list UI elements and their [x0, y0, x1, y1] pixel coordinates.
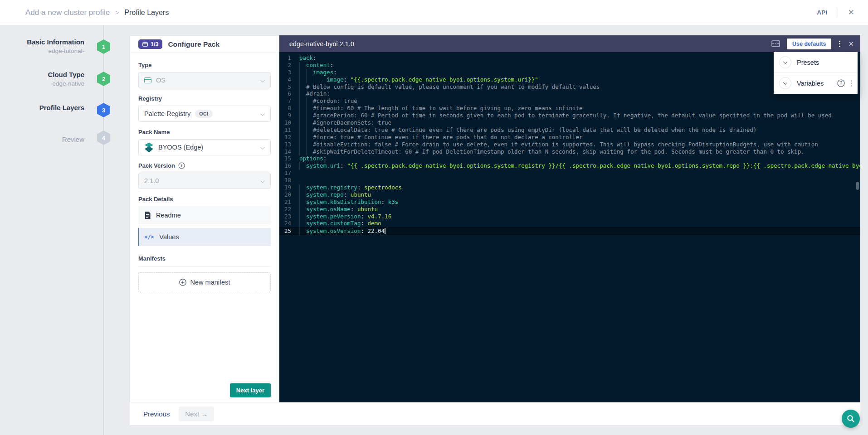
type-value: OS — [156, 77, 166, 84]
new-manifest-button[interactable]: New manifest — [138, 272, 271, 292]
info-icon[interactable] — [178, 162, 185, 169]
code-line[interactable]: 6#drain: — [279, 90, 860, 97]
code-line[interactable]: 16system.uri: "{{ .spectro.pack.edge-nat… — [279, 162, 860, 169]
step-number: 4 — [102, 135, 105, 141]
next-button-disabled[interactable]: Next → — [179, 406, 214, 421]
pack-step-badge: 1/3 — [138, 39, 162, 49]
code-line[interactable]: 22system.osName: ubuntu — [279, 206, 860, 213]
code-line[interactable]: 24system.customTag: demo — [279, 220, 860, 227]
presets-row[interactable]: Presets — [774, 52, 858, 73]
pack-details-values-tab[interactable]: </> Values — [138, 228, 271, 246]
pack-details-label: Pack Details — [138, 196, 271, 203]
breadcrumb-current: Profile Layers — [124, 9, 169, 17]
step-1-hexagon[interactable]: 1 — [97, 39, 110, 54]
variables-menu-icon[interactable] — [850, 79, 853, 87]
code-line[interactable]: 18 — [279, 177, 860, 184]
code-line[interactable]: 1pack: — [279, 54, 860, 62]
type-select: OS — [138, 72, 271, 88]
code-line[interactable]: 12#force: true # Continue even if there … — [279, 134, 860, 141]
code-line[interactable]: 11#deleteLocalData: true # Continue even… — [279, 126, 860, 134]
pack-details-readme-tab[interactable]: Readme — [138, 206, 271, 224]
help-widget-button[interactable] — [842, 410, 860, 428]
editor-scrollbar-thumb[interactable] — [856, 182, 859, 190]
app-header: Add a new cluster profile > Profile Laye… — [0, 0, 868, 25]
split-view-icon[interactable] — [771, 40, 780, 48]
step-sublabel: edge-tutorial- — [0, 48, 84, 54]
help-chat-icon — [846, 414, 855, 423]
step-sublabel: edge-native — [0, 80, 84, 87]
editor-close-icon[interactable]: ✕ — [848, 40, 854, 47]
chevron-down-icon — [260, 179, 265, 183]
use-defaults-button[interactable]: Use defaults — [787, 39, 831, 49]
code-line[interactable]: 5# Below config is default value, please… — [279, 83, 860, 91]
step-label: Profile Layers — [0, 104, 84, 111]
code-line[interactable]: 3images: — [279, 69, 860, 76]
stepper-item-cloud-type[interactable]: Cloud Type edge-native — [0, 71, 84, 87]
chevron-down-icon — [260, 78, 265, 82]
previous-button[interactable]: Previous — [143, 410, 170, 418]
step-label: Basic Information — [0, 38, 84, 46]
values-editor: edge-native-byoi 2.1.0 Use defaults ✕ 1p… — [279, 35, 860, 402]
registry-value: Palette Registry — [144, 110, 190, 117]
step-label: Cloud Type — [0, 71, 84, 78]
stepper-item-profile-layers[interactable]: Profile Layers — [0, 104, 84, 111]
chevron-down-icon — [260, 145, 265, 150]
code-line[interactable]: 9#gracePeriod: 60 # Period of time in se… — [279, 112, 860, 119]
code-line[interactable]: 23system.peVersion: v4.7.16 — [279, 213, 860, 220]
api-link[interactable]: API — [817, 9, 828, 16]
step-number: 2 — [102, 76, 105, 82]
code-line[interactable]: 19system.registry: spectrodocs — [279, 184, 860, 191]
registry-label: Registry — [138, 95, 271, 102]
code-line[interactable]: 2content: — [279, 62, 860, 69]
configure-pack-header: 1/3 Configure Pack — [130, 36, 279, 53]
code-line[interactable]: 20system.repo: ubuntu — [279, 191, 860, 198]
pack-version-select: 2.1.0 — [138, 173, 271, 189]
step-4-hexagon[interactable]: 4 — [97, 130, 110, 145]
manifests-divider — [138, 266, 271, 267]
chevron-down-icon[interactable] — [779, 56, 791, 68]
code-line[interactable]: 17 — [279, 169, 860, 177]
step-2-hexagon[interactable]: 2 — [97, 72, 110, 86]
code-icon: </> — [145, 234, 154, 240]
chevron-down-icon — [260, 111, 265, 116]
pack-name-label: Pack Name — [138, 129, 271, 135]
stepper-item-review[interactable]: Review — [0, 135, 84, 143]
step-number: 3 — [102, 107, 105, 114]
code-line[interactable]: 8#timeout: 60 # The length of time to wa… — [279, 105, 860, 112]
next-layer-button[interactable]: Next layer — [230, 383, 271, 397]
code-line[interactable]: 10#ignoreDaemonSets: true — [279, 119, 860, 126]
code-line[interactable]: 4- image: "{{.spectro.pack.edge-native-b… — [279, 76, 860, 83]
code-line[interactable]: 14#skipWaitForDeleteTimeout: 60 # If pod… — [279, 148, 860, 155]
yaml-code-area[interactable]: 1pack:2content:3images:4- image: "{{.spe… — [279, 52, 860, 400]
chevron-down-icon[interactable] — [779, 77, 791, 89]
document-icon — [145, 212, 151, 219]
variables-row[interactable]: Variables ? — [774, 73, 858, 94]
manifests-label: Manifests — [138, 255, 271, 262]
os-type-icon — [144, 77, 151, 83]
readme-tab-label: Readme — [156, 212, 181, 219]
code-line[interactable]: 13#disableEviction: false # Force drain … — [279, 141, 860, 148]
step-3-hexagon[interactable]: 3 — [97, 103, 110, 117]
code-line[interactable]: 21system.k8sDistribution: k3s — [279, 198, 860, 206]
layers-icon — [142, 42, 148, 47]
new-manifest-label: New manifest — [190, 279, 230, 286]
configure-pack-panel: 1/3 Configure Pack Type OS Registry Pale… — [130, 35, 279, 402]
svg-text:?: ? — [840, 81, 843, 86]
code-line[interactable]: 7#cordon: true — [279, 97, 860, 105]
editor-menu-icon[interactable] — [838, 40, 841, 48]
stepper-item-basic-information[interactable]: Basic Information edge-tutorial- — [0, 38, 84, 54]
code-line[interactable]: 15options: — [279, 155, 860, 162]
pack-version-label-text: Pack Version — [138, 162, 175, 169]
pack-version-value: 2.1.0 — [144, 177, 159, 184]
wizard-footer: Previous Next → — [130, 402, 860, 425]
pack-step-count: 1/3 — [151, 41, 158, 48]
oci-badge: OCI — [195, 110, 212, 118]
code-line[interactable]: 25system.osVersion: 22.04 — [279, 227, 860, 235]
breadcrumb-separator: > — [115, 9, 119, 16]
help-icon[interactable]: ? — [837, 79, 845, 87]
registry-select[interactable]: Palette Registry OCI — [138, 106, 271, 122]
byoos-pack-icon — [144, 142, 154, 153]
breadcrumb-parent-link[interactable]: Add a new cluster profile — [25, 8, 110, 17]
pack-name-select[interactable]: BYOOS (Edge) — [138, 139, 271, 155]
close-icon[interactable]: ✕ — [848, 9, 854, 16]
